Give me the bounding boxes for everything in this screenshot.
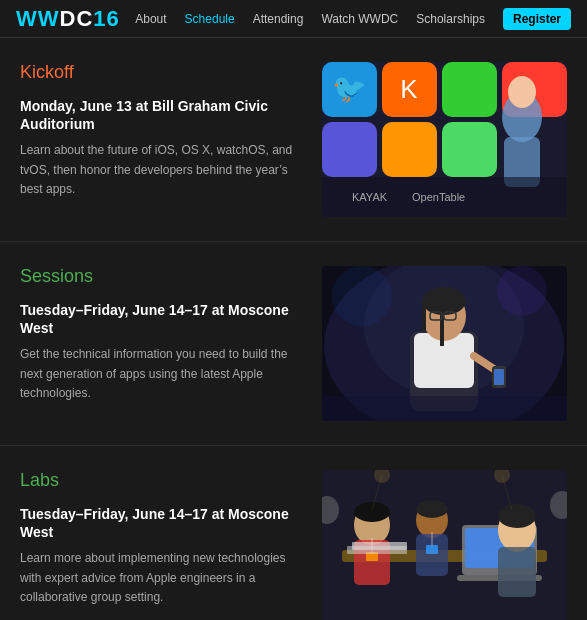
svg-text:OpenTable: OpenTable xyxy=(412,191,465,203)
labs-text: Labs Tuesday–Friday, June 14–17 at Mosco… xyxy=(20,470,302,620)
main-content: Kickoff Monday, June 13 at Bill Graham C… xyxy=(0,38,587,620)
svg-rect-52 xyxy=(426,545,438,554)
logo-text: WWDC16 xyxy=(16,6,120,32)
kickoff-date: Monday, June 13 at Bill Graham Civic Aud… xyxy=(20,97,302,133)
svg-point-12 xyxy=(508,76,536,108)
kickoff-tag: Kickoff xyxy=(20,62,302,83)
svg-rect-9 xyxy=(442,122,497,177)
svg-point-23 xyxy=(422,287,466,315)
kickoff-desc: Learn about the future of iOS, OS X, wat… xyxy=(20,141,302,199)
svg-point-42 xyxy=(354,502,390,522)
sessions-text: Sessions Tuesday–Friday, June 14–17 at M… xyxy=(20,266,302,421)
sessions-image xyxy=(322,266,567,421)
labs-tag: Labs xyxy=(20,470,302,491)
sessions-tag: Sessions xyxy=(20,266,302,287)
nav-item-about[interactable]: About xyxy=(135,11,166,26)
nav-item-watch[interactable]: Watch WWDC xyxy=(321,11,398,26)
svg-text:KAYAK: KAYAK xyxy=(352,191,388,203)
labs-date: Tuesday–Friday, June 14–17 at Moscone We… xyxy=(20,505,302,541)
sessions-date: Tuesday–Friday, June 14–17 at Moscone We… xyxy=(20,301,302,337)
svg-point-45 xyxy=(416,500,448,518)
svg-point-34 xyxy=(497,266,547,316)
sessions-section: Sessions Tuesday–Friday, June 14–17 at M… xyxy=(0,242,587,446)
svg-point-33 xyxy=(332,266,392,326)
svg-rect-32 xyxy=(322,396,567,421)
labs-image xyxy=(322,470,567,620)
svg-point-48 xyxy=(498,504,536,528)
nav-item-register[interactable]: Register xyxy=(503,11,571,26)
sessions-desc: Get the technical information you need t… xyxy=(20,345,302,403)
nav-bar: WWDC16 About Schedule Attending Watch WW… xyxy=(0,0,587,38)
nav-item-schedule[interactable]: Schedule xyxy=(185,11,235,26)
svg-rect-8 xyxy=(382,122,437,177)
svg-text:🐦: 🐦 xyxy=(332,72,367,105)
kickoff-text: Kickoff Monday, June 13 at Bill Graham C… xyxy=(20,62,302,217)
nav-item-scholarships[interactable]: Scholarships xyxy=(416,11,485,26)
svg-rect-47 xyxy=(498,547,536,597)
nav-links: About Schedule Attending Watch WWDC Scho… xyxy=(135,11,571,26)
svg-rect-31 xyxy=(494,369,504,385)
svg-rect-54 xyxy=(347,546,407,554)
svg-rect-24 xyxy=(422,301,426,331)
kickoff-image: 🐦 K KAYAK OpenTable xyxy=(322,62,567,217)
nav-item-attending[interactable]: Attending xyxy=(253,11,304,26)
labs-section: Labs Tuesday–Friday, June 14–17 at Mosco… xyxy=(0,446,587,620)
site-logo: WWDC16 xyxy=(16,6,128,32)
kickoff-section: Kickoff Monday, June 13 at Bill Graham C… xyxy=(0,38,587,242)
svg-rect-7 xyxy=(322,122,377,177)
labs-desc: Learn more about implementing new techno… xyxy=(20,549,302,607)
svg-text:K: K xyxy=(400,74,418,104)
